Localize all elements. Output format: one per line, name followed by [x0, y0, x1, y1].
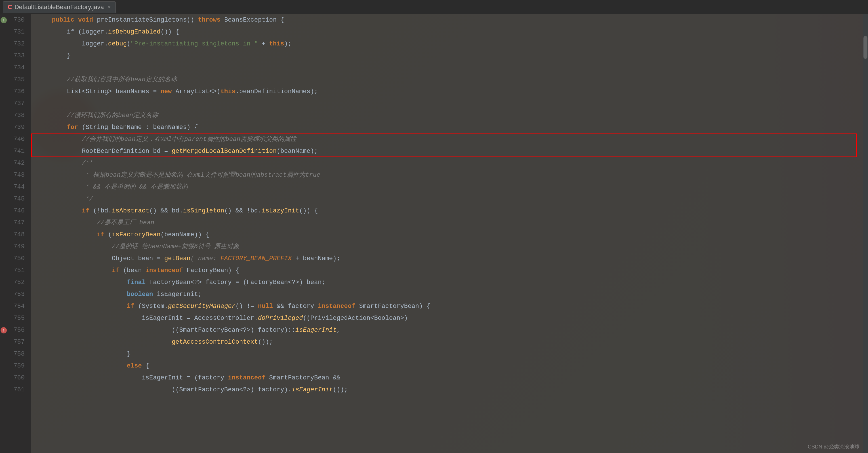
line-number-736: 736: [0, 86, 28, 98]
line-number-750: 750: [0, 253, 28, 265]
code-segment: ());: [258, 339, 273, 346]
code-line-746: if (!bd.isAbstract() && bd.isSingleton()…: [37, 205, 862, 217]
code-segment: SmartFactoryBean) {: [355, 303, 430, 310]
line-number-735: 735: [0, 74, 28, 86]
code-line-748: if (isFactoryBean(beanName)) {: [37, 229, 862, 241]
code-segment: (: [104, 231, 112, 238]
tab-close-button[interactable]: ×: [108, 4, 111, 10]
code-segment: if: [127, 303, 134, 310]
code-segment: void: [78, 17, 93, 24]
line-num-text: 755: [13, 312, 25, 324]
code-segment: if: [97, 231, 104, 238]
code-segment: isLazyInit: [261, 207, 299, 215]
code-segment: FactoryBean<?> factory = (FactoryBean<?>…: [146, 279, 326, 286]
code-segment: [37, 207, 82, 215]
code-segment: List<String> beanNames =: [37, 88, 161, 95]
code-segment: if (logger.: [37, 28, 108, 35]
line-number-751: 751: [0, 265, 28, 277]
line-num-text: 735: [13, 74, 25, 86]
line-num-text: 746: [13, 205, 25, 217]
code-segment: //获取我们容器中所有bean定义的名称: [37, 76, 177, 83]
watermark: CSDN @烃类流浪地球: [808, 443, 860, 450]
code-line-739: for (String beanName : beanNames) {: [37, 121, 862, 134]
line-number-754: 754: [0, 301, 28, 312]
code-line-752: final FactoryBean<?> factory = (FactoryB…: [37, 277, 862, 288]
tab-label: DefaultListableBeanFactory.java: [14, 3, 104, 11]
line-num-text: 742: [13, 157, 25, 169]
scrollbar-thumb[interactable]: [864, 36, 867, 59]
line-number-731: 731: [0, 26, 28, 38]
line-number-732: 732: [0, 38, 28, 50]
code-segment: throws: [198, 17, 220, 24]
line-num-text: 747: [13, 217, 25, 229]
code-segment: boolean: [127, 291, 153, 298]
code-line-761: ((SmartFactoryBean<?>) factory).isEagerI…: [37, 384, 862, 396]
code-segment: [74, 17, 78, 24]
line-num-text: 734: [13, 62, 25, 74]
code-segment: isEagerInit: [292, 386, 333, 393]
code-segment: Object bean =: [37, 255, 164, 262]
line-number-756: ↑756: [0, 324, 28, 336]
line-num-text: 745: [13, 193, 25, 205]
code-segment: );: [284, 40, 291, 48]
code-segment: null: [258, 303, 273, 310]
code-line-738: //循环我们所有的bean定义名称: [37, 110, 862, 121]
code-segment: getSecurityManager: [168, 303, 236, 310]
line-num-text: 740: [13, 134, 25, 145]
code-segment: ((SmartFactoryBean<?>) factory).: [37, 386, 292, 393]
line-num-text: 738: [13, 110, 25, 121]
code-segment: isSingleton: [183, 207, 224, 215]
code-segment: instanceof: [146, 267, 183, 274]
line-number-744: 744: [0, 181, 28, 193]
code-segment: [37, 291, 127, 298]
line-num-text: 760: [13, 372, 25, 384]
line-number-758: 758: [0, 348, 28, 360]
code-line-734: [37, 62, 862, 74]
code-segment: //循环我们所有的bean定义名称: [37, 112, 158, 119]
code-segment: [37, 362, 127, 369]
code-segment: ArrayList<>(: [172, 88, 220, 95]
line-num-text: 731: [13, 26, 25, 38]
line-number-760: 760: [0, 372, 28, 384]
code-segment: this: [220, 88, 236, 95]
code-segment: ,: [337, 327, 340, 334]
code-segment: instanceof: [228, 374, 265, 381]
file-tab[interactable]: C DefaultListableBeanFactory.java ×: [3, 1, 116, 13]
code-segment: isFactoryBean: [112, 231, 161, 238]
code-segment: else: [127, 362, 142, 369]
code-line-747: //是不是工厂 bean: [37, 217, 862, 229]
code-segment: this: [269, 40, 284, 48]
code-line-733: }: [37, 50, 862, 62]
code-line-740: //合并我们的bean定义，在xml中有parent属性的bean需要继承父类的…: [37, 134, 862, 145]
code-line-730: public void preInstantiateSingletons() t…: [37, 14, 862, 26]
scrollbar-track[interactable]: [863, 14, 868, 453]
code-editor[interactable]: public void preInstantiateSingletons() t…: [31, 14, 868, 453]
line-num-text: 743: [13, 169, 25, 181]
code-line-755: isEagerInit = AccessController.doPrivile…: [37, 312, 862, 324]
code-segment: debug: [108, 40, 127, 48]
line-num-text: 757: [13, 336, 25, 348]
code-segment: && factory: [273, 303, 318, 310]
code-line-735: //获取我们容器中所有bean定义的名称: [37, 74, 862, 86]
code-segment: ()) {: [161, 28, 179, 35]
code-segment: //合并我们的bean定义，在xml中有parent属性的bean需要继承父类的…: [37, 136, 297, 143]
code-line-756: ((SmartFactoryBean<?>) factory)::isEager…: [37, 324, 862, 336]
line-num-text: 752: [13, 277, 25, 288]
line-num-text: 737: [13, 98, 25, 110]
code-segment: FACTORY_BEAN_PREFIX: [220, 255, 292, 262]
line-num-text: 748: [13, 229, 25, 241]
code-segment: (String beanName : beanNames) {: [78, 124, 198, 131]
code-segment: (System.: [134, 303, 168, 310]
code-segment: isDebugEnabled: [108, 28, 161, 35]
line-numbers-gutter: ↑730731732733734735736737738739740741742…: [0, 14, 31, 453]
code-segment: }: [37, 350, 130, 358]
line-num-text: 739: [13, 121, 25, 134]
line-num-text: 758: [13, 348, 25, 360]
code-segment: [37, 17, 52, 24]
line-num-text: 736: [13, 86, 25, 98]
line-number-746: 746: [0, 205, 28, 217]
tab-bar: C DefaultListableBeanFactory.java ×: [0, 0, 868, 14]
line-num-text: 759: [13, 360, 25, 372]
line-number-743: 743: [0, 169, 28, 181]
line-number-742: 742: [0, 157, 28, 169]
